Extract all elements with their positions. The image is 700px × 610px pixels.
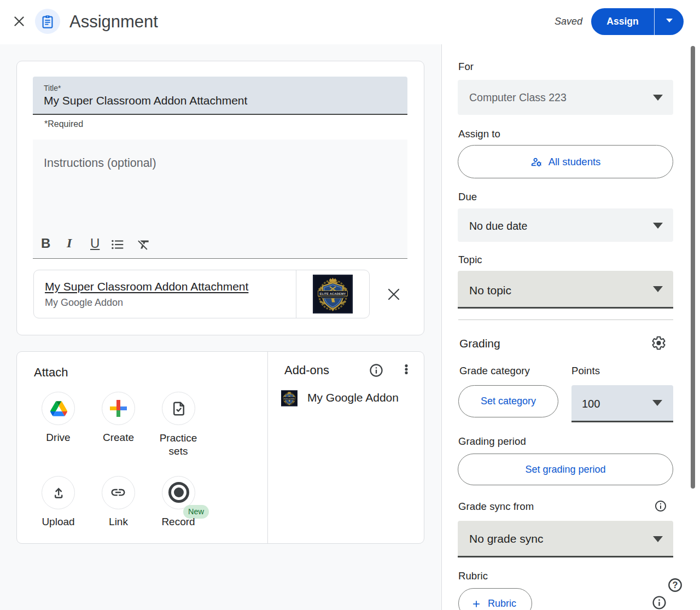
svg-text:?: ? bbox=[673, 580, 678, 590]
